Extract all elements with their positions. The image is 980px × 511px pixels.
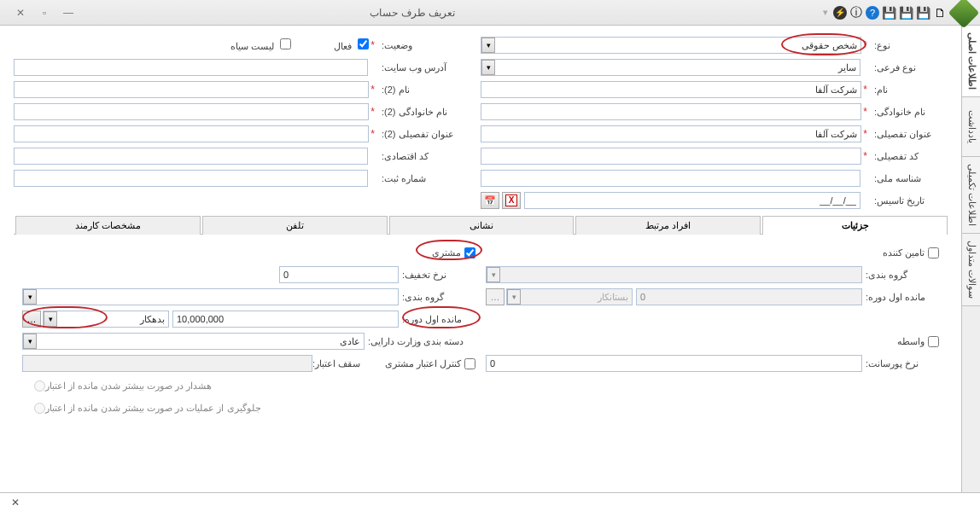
- save3-icon[interactable]: 💾: [881, 5, 896, 20]
- info-icon[interactable]: ⓘ: [849, 5, 864, 20]
- grouping-l-select[interactable]: [22, 288, 399, 305]
- customer-label: مشتری: [432, 247, 461, 258]
- detail-tabs: جزئیات افراد مرتبط نشانی تلفن مشخصات کار…: [14, 215, 948, 235]
- supplier-label: تامین کننده: [883, 247, 925, 258]
- tax-category-label: دسته بندی وزارت دارایی:: [365, 336, 475, 347]
- opening-r-type-dropdown: ▾: [507, 289, 521, 305]
- side-tab-faq[interactable]: سوالات متداول: [962, 234, 980, 306]
- founddate-label: تاریخ تاسیس:: [871, 195, 948, 206]
- side-tab-additional[interactable]: اطلاعات تکمیلی: [962, 157, 980, 234]
- detailtitle2-input[interactable]: [14, 125, 369, 142]
- date-clear-button[interactable]: X: [502, 192, 521, 209]
- help-icon[interactable]: ?: [866, 6, 879, 20]
- required-marker: *: [863, 39, 867, 51]
- discount-input[interactable]: [279, 266, 399, 283]
- opening-l-input[interactable]: [172, 311, 399, 328]
- tab-related-people[interactable]: افراد مرتبط: [575, 216, 761, 235]
- name2-label: نام (2):: [378, 84, 455, 96]
- minimize-button[interactable]: —: [60, 4, 77, 21]
- tax-category-dropdown[interactable]: ▾: [23, 334, 37, 349]
- intermediary-label: واسطه: [897, 336, 925, 347]
- lastname2-input[interactable]: [14, 103, 369, 120]
- status-active-check[interactable]: [358, 38, 369, 49]
- block-radio[interactable]: [34, 403, 45, 414]
- status-blacklist-check[interactable]: [280, 38, 291, 49]
- opening-l-browse[interactable]: …: [22, 311, 41, 328]
- subtype-select[interactable]: [481, 59, 860, 76]
- website-label: آدرس وب سایت:: [378, 62, 455, 73]
- lastname-label: نام خانوادگی:: [871, 107, 948, 118]
- commission-input[interactable]: [486, 355, 862, 372]
- website-input[interactable]: [14, 59, 368, 76]
- save2-icon[interactable]: 💾: [898, 5, 913, 20]
- opening-l-type[interactable]: [43, 311, 169, 328]
- name2-input[interactable]: [14, 81, 369, 98]
- credit-control-check[interactable]: [464, 358, 475, 369]
- grouping-r-select: [486, 266, 862, 283]
- tab-employee-info[interactable]: مشخصات کارمند: [15, 216, 201, 235]
- grouping-r-label: گروه بندی:: [862, 270, 939, 281]
- detailcode-input[interactable]: [481, 148, 861, 165]
- opening-r-input: [636, 288, 862, 305]
- econcode-input[interactable]: [14, 148, 368, 165]
- discount-label: نرخ تخفیف:: [399, 270, 475, 281]
- intermediary-check[interactable]: [928, 336, 939, 347]
- detailtitle-label: عنوان تفصیلی:: [871, 129, 948, 140]
- grouping-l-label: گروه بندی:: [399, 292, 475, 303]
- econcode-label: کد اقتصادی:: [378, 151, 455, 162]
- opening-r-label: مانده اول دوره:: [862, 292, 939, 303]
- opening-l-label: مانده اول دوره:: [399, 314, 475, 325]
- status-blacklist-label: لیست سیاه: [230, 41, 274, 51]
- tab-details[interactable]: جزئیات: [762, 216, 948, 235]
- close-button[interactable]: ✕: [12, 4, 29, 21]
- side-tabs: اطلاعات اصلی یادداشت اطلاعات تکمیلی سوال…: [961, 26, 980, 492]
- window-title: تعریف طرف حساب: [370, 7, 455, 19]
- commission-label: نرخ پورسانت:: [862, 358, 939, 369]
- grouping-r-dropdown: ▾: [487, 267, 500, 282]
- name-input[interactable]: [481, 81, 861, 98]
- credit-limit-input: [22, 355, 312, 372]
- name-label: نام:: [871, 84, 948, 96]
- customer-check[interactable]: [464, 247, 475, 258]
- tab-phone[interactable]: تلفن: [202, 216, 388, 235]
- grouping-l-dropdown[interactable]: ▾: [23, 289, 37, 305]
- opening-r-browse: …: [486, 288, 505, 305]
- type-label: نوع:: [871, 40, 948, 51]
- credit-control-label: کنترل اعتبار مشتری: [365, 358, 461, 369]
- bottom-close-icon[interactable]: ✕: [7, 494, 24, 511]
- warn-radio[interactable]: [34, 380, 45, 392]
- nationalid-input[interactable]: [481, 170, 860, 187]
- supplier-check[interactable]: [928, 247, 939, 258]
- app-logo: [948, 0, 980, 28]
- subtype-dropdown-button[interactable]: ▾: [481, 60, 495, 75]
- lastname-input[interactable]: [481, 103, 861, 120]
- type-select[interactable]: [481, 37, 861, 54]
- status-label: وضعیت:: [378, 40, 455, 51]
- opening-l-type-dropdown[interactable]: ▾: [44, 311, 57, 327]
- date-picker-button[interactable]: 📅: [481, 192, 499, 209]
- bottom-bar: ✕: [0, 492, 980, 511]
- save-icon[interactable]: 💾: [915, 5, 930, 20]
- lastname2-label: نام خانوادگی (2):: [378, 107, 455, 118]
- type-dropdown-button[interactable]: ▾: [481, 38, 495, 53]
- nationalid-label: شناسه ملی:: [871, 173, 948, 184]
- founddate-input[interactable]: [524, 192, 860, 209]
- detailtitle-input[interactable]: [481, 125, 861, 142]
- side-tab-notes[interactable]: یادداشت: [962, 97, 980, 157]
- restore-button[interactable]: ▫: [36, 4, 53, 21]
- warn-option-label: هشدار در صورت بیشتر شدن مانده از اعتبار: [45, 380, 212, 392]
- tax-category-select[interactable]: [22, 333, 365, 350]
- detailcode-label: کد تفصیلی:: [871, 151, 948, 162]
- title-bar: 🗋 💾 💾 💾 ? ⓘ ⚡ ▾ تعریف طرف حساب — ▫ ✕: [0, 0, 980, 26]
- new-doc-icon[interactable]: 🗋: [932, 5, 948, 20]
- side-tab-main-info[interactable]: اطلاعات اصلی: [962, 26, 980, 97]
- block-option-label: جلوگیری از عملیات در صورت بیشتر شدن ماند…: [45, 403, 261, 414]
- form-panel: نوع: * ▾ وضعیت: * فعال لیست سیاه: [0, 26, 961, 492]
- flash-icon[interactable]: ⚡: [833, 6, 847, 20]
- opening-r-type: [506, 288, 633, 305]
- regno-label: شماره ثبت:: [378, 173, 455, 184]
- tab-address[interactable]: نشانی: [389, 216, 575, 235]
- subtype-label: نوع فرعی:: [871, 62, 948, 73]
- detailtitle2-label: عنوان تفصیلی (2):: [378, 129, 455, 140]
- regno-input[interactable]: [14, 170, 368, 187]
